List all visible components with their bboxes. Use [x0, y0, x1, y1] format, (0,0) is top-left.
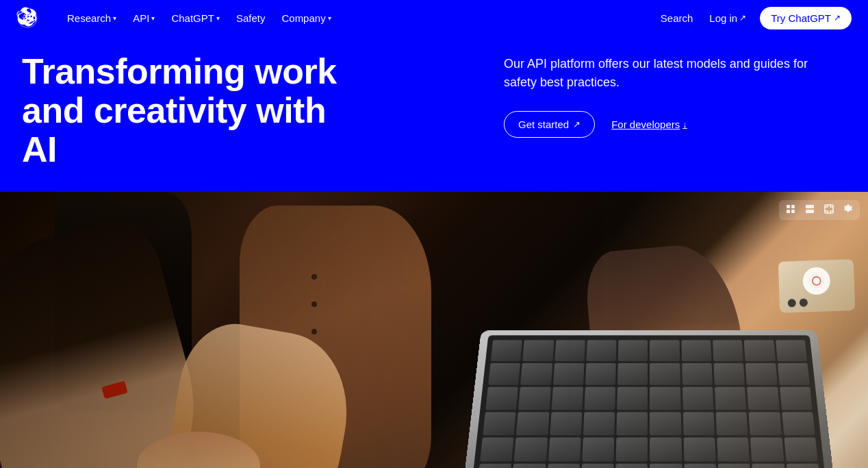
toolbar-settings-button[interactable]: [841, 203, 856, 217]
svg-rect-2: [791, 205, 795, 208]
shirt-button-3: [311, 329, 317, 334]
hero-right: Our API platform offers our latest model…: [504, 52, 846, 138]
nav-safety[interactable]: Safety: [229, 8, 272, 28]
hero-buttons: Get started ↗ For developers ↓: [504, 111, 846, 138]
nav-api[interactable]: API ▾: [126, 8, 162, 28]
laptop: [459, 330, 838, 468]
nav-links: Research ▾ API ▾ ChatGPT ▾ Safety Compan…: [60, 8, 658, 28]
get-started-arrow-icon: ↗: [573, 119, 580, 130]
nav-actions: Search Log in ↗ Try ChatGPT ↗: [658, 7, 852, 29]
camera-dot-1: [788, 299, 796, 307]
nav-research[interactable]: Research ▾: [60, 8, 123, 28]
login-button[interactable]: Log in ↗: [706, 8, 749, 28]
try-arrow-icon: ↗: [834, 13, 841, 23]
image-toolbar: [779, 200, 860, 220]
for-developers-arrow-icon: ↓: [682, 119, 687, 130]
hero-description: Our API platform offers our latest model…: [504, 55, 832, 92]
phone: [778, 259, 856, 313]
shirt-button-1: [311, 274, 317, 280]
login-arrow-icon: ↗: [739, 13, 746, 23]
toolbar-expand-button[interactable]: [821, 203, 837, 217]
hero-title: Transforming work and creativity with AI: [22, 52, 364, 170]
chatgpt-chevron-icon: ▾: [216, 14, 220, 22]
toolbar-grid-medium-button[interactable]: [802, 203, 817, 217]
hero-section: Transforming work and creativity with AI…: [0, 36, 868, 192]
api-chevron-icon: ▾: [151, 14, 155, 22]
phone-cameras: [788, 298, 808, 307]
shirt-button-2: [311, 301, 317, 307]
svg-rect-5: [806, 205, 814, 208]
openai-logo-icon: [16, 7, 38, 29]
key: [491, 340, 522, 361]
nav-chatgpt[interactable]: ChatGPT ▾: [164, 8, 227, 28]
company-chevron-icon: ▾: [328, 14, 331, 22]
svg-rect-3: [787, 210, 790, 213]
nav-company[interactable]: Company ▾: [275, 8, 337, 28]
hero-image-section: [0, 192, 868, 468]
svg-rect-6: [806, 210, 814, 213]
logo-link[interactable]: [16, 7, 38, 29]
get-started-button[interactable]: Get started ↗: [504, 111, 595, 138]
hero-image: [0, 192, 868, 468]
search-button[interactable]: Search: [658, 8, 696, 28]
svg-rect-7: [825, 205, 833, 213]
phone-logo: [802, 267, 830, 295]
navbar: Research ▾ API ▾ ChatGPT ▾ Safety Compan…: [0, 0, 868, 36]
try-chatgpt-button[interactable]: Try ChatGPT ↗: [760, 7, 852, 29]
toolbar-grid-small-button[interactable]: [783, 203, 798, 217]
camera-dot-2: [800, 298, 808, 306]
for-developers-button[interactable]: For developers ↓: [611, 119, 687, 130]
research-chevron-icon: ▾: [113, 14, 116, 22]
svg-rect-4: [791, 210, 795, 213]
svg-rect-1: [787, 205, 790, 208]
laptop-keyboard: [471, 335, 828, 468]
hero-left: Transforming work and creativity with AI: [22, 52, 504, 170]
